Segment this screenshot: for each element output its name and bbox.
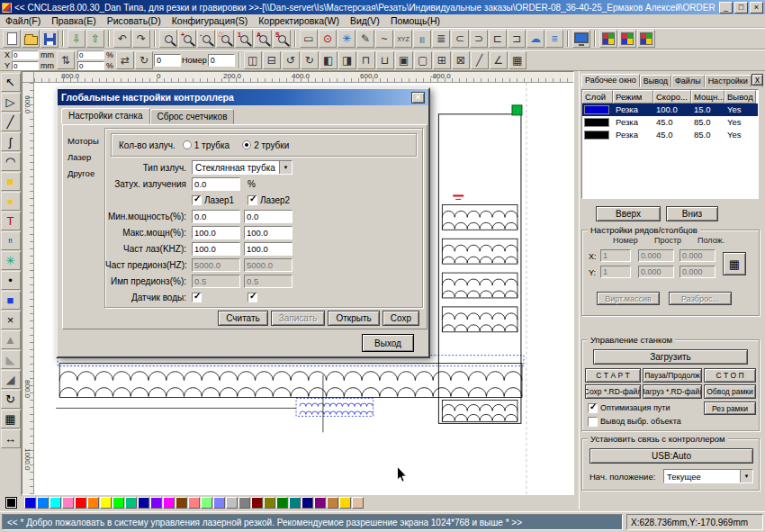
minimize-button[interactable]: _ (719, 2, 733, 14)
virtual-array-button[interactable] (618, 30, 636, 48)
exit-button[interactable]: Выход (362, 334, 414, 352)
palette-color[interactable] (188, 497, 200, 509)
cut-frame-button[interactable]: Рез рамки (704, 401, 756, 415)
y-position-offset-input[interactable] (680, 266, 716, 278)
wave-check-button[interactable]: ~ (375, 30, 393, 48)
y-position-input[interactable] (12, 61, 39, 70)
font-tool[interactable]: fI (1, 231, 21, 250)
number-input[interactable] (208, 54, 235, 67)
swap-dimensions-icon[interactable]: ⇅ (57, 51, 75, 69)
laser-freq-laser1-input[interactable] (192, 242, 240, 256)
zoom-in-button[interactable]: + (178, 30, 196, 48)
select-tool[interactable]: ↖ (1, 73, 21, 92)
tab-reset-counters[interactable]: Сброс счетчиков (150, 109, 235, 124)
water-sensor1-checkbox[interactable] (192, 293, 202, 302)
laser2-checkbox[interactable] (248, 195, 257, 205)
rotate-right-button[interactable]: ↻ (301, 51, 319, 69)
hook-right-button[interactable]: ⊃ (470, 30, 488, 48)
arc-tool[interactable]: ◠ (1, 152, 21, 171)
zoom-page-button[interactable]: 1 (235, 30, 253, 48)
group-button[interactable]: ▣ (395, 51, 413, 69)
panel-tab-0[interactable]: Рабочее окно (581, 74, 640, 87)
layer-up-button[interactable]: Вверх (596, 206, 661, 221)
palette-color[interactable] (163, 497, 175, 509)
load-rd-button[interactable]: Загруз *.RD-файл (643, 384, 702, 399)
layer-cell-color[interactable] (582, 116, 613, 129)
sidebar-item-other[interactable]: Другое (68, 168, 104, 178)
y-space-input[interactable] (638, 266, 674, 278)
output-selected-checkbox[interactable] (588, 417, 598, 427)
tube2-radio[interactable] (242, 140, 251, 149)
lock-ratio-icon[interactable]: ⇄ (116, 51, 134, 69)
mirror-x-tool[interactable]: ◢ (1, 370, 21, 389)
palette-color[interactable] (276, 497, 288, 509)
load-button[interactable]: Загрузить (593, 349, 748, 365)
hook-top-button[interactable]: ⊏ (489, 30, 507, 48)
rotate-icon[interactable]: ↻ (135, 51, 153, 69)
ellipse-tool[interactable]: ● (1, 192, 21, 211)
palette-color[interactable] (75, 497, 86, 509)
maximize-button[interactable]: □ (734, 2, 748, 14)
max-power-laser1-input[interactable] (192, 226, 240, 239)
max-power-laser2-input[interactable] (244, 226, 292, 239)
palette-color[interactable] (201, 497, 212, 509)
cut-rect-button[interactable]: ▭ (300, 30, 318, 48)
dialog-close-button[interactable]: × (411, 92, 425, 104)
menu-item-view[interactable]: Вид(V) (345, 15, 385, 26)
layer-row[interactable]: Резка45.085.0Yes (582, 129, 758, 141)
rotate-tool[interactable]: ↻ (1, 390, 21, 409)
monitor-button[interactable] (572, 30, 590, 48)
preview-button[interactable] (637, 30, 655, 48)
dropdown-arrow-icon[interactable]: ▼ (740, 470, 752, 482)
menu-item-draw[interactable]: Рисовать(D) (102, 15, 166, 26)
sidebar-item-motors[interactable]: Моторы (68, 136, 104, 146)
height-scale-input[interactable] (77, 61, 104, 70)
sidebar-item-laser[interactable]: Лазер (68, 152, 104, 162)
star-tool[interactable]: ✳ (1, 251, 21, 270)
palette-current-color[interactable] (5, 497, 17, 509)
pen-edit-button[interactable]: ✎ (356, 30, 374, 48)
palette-color[interactable] (264, 497, 275, 509)
tab-machine-settings[interactable]: Настройки станка (61, 108, 150, 124)
redo-button[interactable]: ↷ (132, 30, 150, 48)
x-position-input[interactable] (12, 50, 39, 59)
new-file-button[interactable] (3, 30, 21, 48)
list-button[interactable]: ≡ (545, 30, 563, 48)
width-scale-input[interactable] (77, 50, 104, 59)
line-tool[interactable]: ╱ (1, 113, 21, 131)
layer-down-button[interactable]: Вниз (666, 206, 718, 221)
open-button[interactable]: Открыть (328, 311, 379, 326)
text-xyz-button[interactable]: XYZ (394, 30, 412, 48)
align-top-button[interactable]: ⊓ (357, 51, 375, 69)
align-left-button[interactable]: ◧ (320, 51, 338, 69)
export-udisk-button[interactable]: ⇧ (86, 30, 104, 48)
palette-color[interactable] (213, 497, 225, 509)
array-preview-button[interactable]: ▦ (723, 252, 746, 275)
y-count-input[interactable] (600, 266, 631, 278)
array-grid-button[interactable]: ▦ (508, 51, 526, 69)
palette-color[interactable] (125, 497, 137, 509)
palette-color[interactable] (100, 497, 112, 509)
usb-button[interactable]: USB:Auto (590, 448, 753, 464)
hook-bottom-button[interactable]: ⊐ (508, 30, 526, 48)
text-tool[interactable]: T (1, 212, 21, 230)
prism-tool[interactable]: ◣ (1, 350, 21, 369)
stop-button[interactable]: С Т О П (704, 368, 756, 383)
rectangle-tool[interactable]: ■ (1, 172, 21, 191)
point-tool[interactable]: • (1, 271, 21, 290)
dropdown-arrow-icon[interactable]: ▼ (279, 161, 292, 174)
layer-color-swatch[interactable] (584, 105, 609, 114)
panel-tab-3[interactable]: Настройки (705, 75, 752, 87)
weld-button[interactable]: ⊞ (433, 51, 451, 69)
save-rd-button[interactable]: Сохр *.RD-файл (585, 384, 641, 399)
menu-item-edit[interactable]: Правка(E) (46, 15, 101, 26)
save-file-button[interactable] (40, 30, 58, 48)
layer-color-swatch[interactable] (584, 131, 609, 140)
delete-tool[interactable]: × (1, 311, 21, 329)
align-right-button[interactable]: ◨ (338, 51, 356, 69)
palette-color[interactable] (226, 497, 238, 509)
attenuation-input[interactable] (192, 177, 240, 191)
save-button[interactable]: Сохр (382, 311, 419, 326)
x-space-input[interactable] (638, 249, 674, 262)
layer-row[interactable]: Резка100.015.0Yes (582, 104, 758, 116)
